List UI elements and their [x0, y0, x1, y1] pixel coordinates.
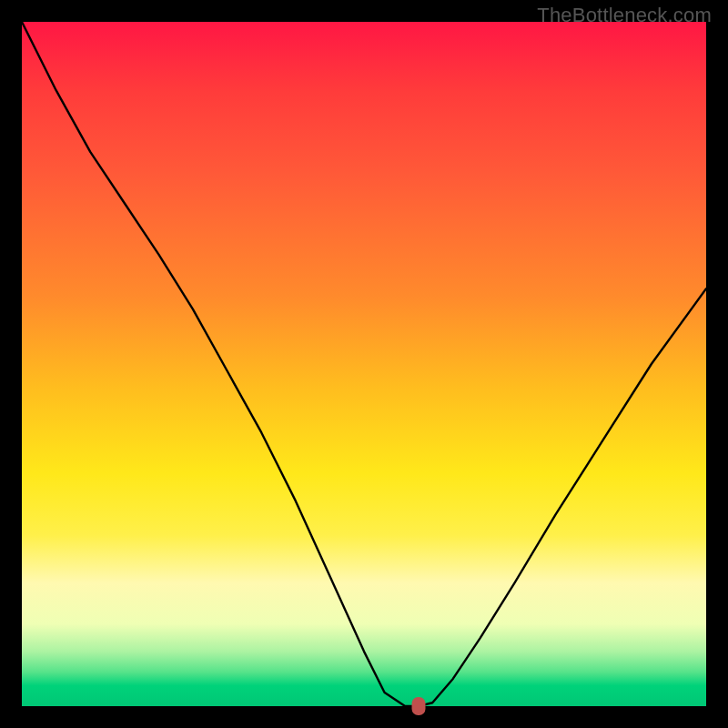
plot-area	[22, 22, 706, 706]
bottleneck-curve	[22, 22, 706, 706]
curve-svg	[22, 22, 706, 706]
optimal-marker	[412, 697, 426, 715]
chart-container: TheBottleneck.com	[0, 0, 728, 728]
watermark-text: TheBottleneck.com	[537, 4, 712, 27]
